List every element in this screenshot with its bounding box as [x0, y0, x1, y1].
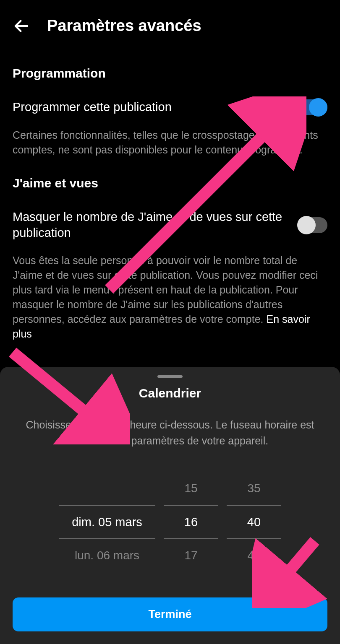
hide-likes-description: Vous êtes la seule personne à pouvoir vo… — [13, 253, 327, 341]
schedule-post-row: Programmer cette publication — [13, 99, 327, 115]
sheet-handle[interactable] — [157, 375, 183, 378]
done-button[interactable]: Terminé — [13, 597, 327, 631]
hour-picker-column[interactable]: 15 16 17 — [164, 472, 218, 572]
minute-selected: 40 — [227, 505, 281, 539]
calendar-bottom-sheet: Calendrier Choisissez la date et l'heure… — [0, 367, 340, 644]
schedule-post-toggle[interactable] — [298, 99, 327, 115]
date-selected: dim. 05 mars — [59, 505, 155, 539]
scheduling-section-title: Programmation — [13, 66, 327, 80]
minute-prev: 35 — [227, 472, 281, 505]
hide-likes-label: Masquer le nombre de J'aime et de vues s… — [13, 209, 290, 241]
hide-likes-toggle[interactable] — [298, 217, 327, 233]
back-arrow-icon[interactable] — [13, 17, 30, 35]
date-prev — [59, 472, 155, 505]
date-next: lun. 06 mars — [59, 539, 155, 572]
datetime-picker: dim. 05 mars lun. 06 mars 15 16 17 35 40… — [13, 472, 327, 572]
page-title: Paramètres avancés — [47, 17, 201, 35]
date-picker-column[interactable]: dim. 05 mars lun. 06 mars — [59, 472, 155, 572]
likes-views-section: J'aime et vues Masquer le nombre de J'ai… — [0, 176, 340, 341]
schedule-post-label: Programmer cette publication — [13, 99, 290, 115]
minute-next: 45 — [227, 539, 281, 572]
hide-likes-row: Masquer le nombre de J'aime et de vues s… — [13, 209, 327, 241]
calendar-description: Choisissez la date et l'heure ci-dessous… — [13, 417, 327, 449]
scheduling-section: Programmation Programmer cette publicati… — [0, 66, 340, 157]
calendar-title: Calendrier — [13, 386, 327, 400]
hour-selected: 16 — [164, 505, 218, 539]
header: Paramètres avancés — [0, 0, 340, 47]
likes-views-section-title: J'aime et vues — [13, 176, 327, 190]
hour-prev: 15 — [164, 472, 218, 505]
minute-picker-column[interactable]: 35 40 45 — [227, 472, 281, 572]
schedule-post-description: Certaines fonctionnalités, telles que le… — [13, 128, 327, 157]
hour-next: 17 — [164, 539, 218, 572]
